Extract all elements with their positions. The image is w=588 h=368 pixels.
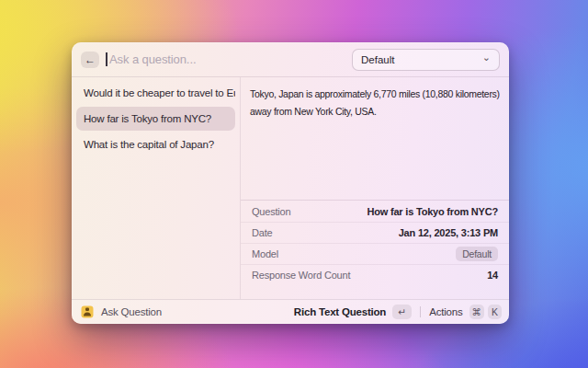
topbar: ← Ask a question... Default ⌄ bbox=[72, 42, 509, 77]
list-item-question-2-selected[interactable]: How far is Tokyo from NYC? bbox=[76, 107, 235, 131]
footer-bar: Ask Question Rich Text Question ↵ Action… bbox=[72, 299, 509, 324]
command-key-icon: ⌘ bbox=[469, 305, 485, 319]
metadata-section: Question How far is Tokyo from NYC? Date… bbox=[241, 200, 509, 285]
rich-text-question-button[interactable]: Rich Text Question ↵ bbox=[294, 305, 412, 319]
enter-key-icon: ↵ bbox=[392, 305, 412, 319]
metadata-row-question: Question How far is Tokyo from NYC? bbox=[241, 201, 509, 222]
model-dropdown-value: Default bbox=[361, 54, 394, 65]
metadata-value: How far is Tokyo from NYC? bbox=[368, 206, 499, 217]
actions-menu-button[interactable]: Actions ⌘ K bbox=[429, 305, 502, 319]
metadata-row-model: Model Default bbox=[241, 243, 509, 264]
metadata-value: 14 bbox=[487, 270, 498, 281]
metadata-value: Jan 12, 2025, 3:13 PM bbox=[399, 227, 498, 238]
metadata-label: Date bbox=[252, 227, 272, 238]
answer-text: Tokyo, Japan is approximately 6,770 mile… bbox=[241, 77, 509, 121]
answer-line-1: Tokyo, Japan is approximately 6,770 mile… bbox=[250, 86, 500, 103]
back-button[interactable]: ← bbox=[81, 52, 99, 68]
k-key-icon: K bbox=[488, 305, 502, 319]
list-item-question-1[interactable]: Would it be cheaper to travel to Euro… bbox=[76, 81, 235, 105]
text-caret bbox=[106, 52, 107, 66]
model-dropdown[interactable]: Default ⌄ bbox=[352, 49, 500, 71]
list-item-question-3[interactable]: What is the capital of Japan? bbox=[76, 132, 235, 156]
metadata-row-date: Date Jan 12, 2025, 3:13 PM bbox=[241, 222, 509, 243]
answer-line-2: away from New York City, USA. bbox=[250, 103, 500, 121]
question-list: Would it be cheaper to travel to Euro… H… bbox=[72, 77, 241, 299]
raycast-window: ← Ask a question... Default ⌄ Would it b… bbox=[72, 42, 509, 324]
model-default-badge: Default bbox=[456, 247, 498, 261]
ask-question-app-icon bbox=[81, 305, 94, 318]
question-input[interactable]: Ask a question... bbox=[109, 52, 352, 66]
metadata-label: Response Word Count bbox=[252, 270, 350, 281]
footer-separator bbox=[420, 306, 421, 317]
chevron-down-icon: ⌄ bbox=[482, 52, 491, 63]
metadata-label: Question bbox=[252, 206, 290, 217]
answer-panel: Tokyo, Japan is approximately 6,770 mile… bbox=[241, 77, 509, 299]
content-area: Would it be cheaper to travel to Euro… H… bbox=[72, 77, 509, 299]
metadata-row-word-count: Response Word Count 14 bbox=[241, 264, 509, 285]
back-arrow-icon: ← bbox=[85, 53, 96, 66]
rich-text-question-label: Rich Text Question bbox=[294, 306, 386, 317]
desktop-background: ← Ask a question... Default ⌄ Would it b… bbox=[0, 0, 588, 368]
metadata-label: Model bbox=[252, 248, 278, 259]
command-name-label: Ask Question bbox=[101, 306, 162, 317]
footer-actions: Rich Text Question ↵ Actions ⌘ K bbox=[294, 305, 502, 319]
actions-label: Actions bbox=[429, 306, 462, 317]
